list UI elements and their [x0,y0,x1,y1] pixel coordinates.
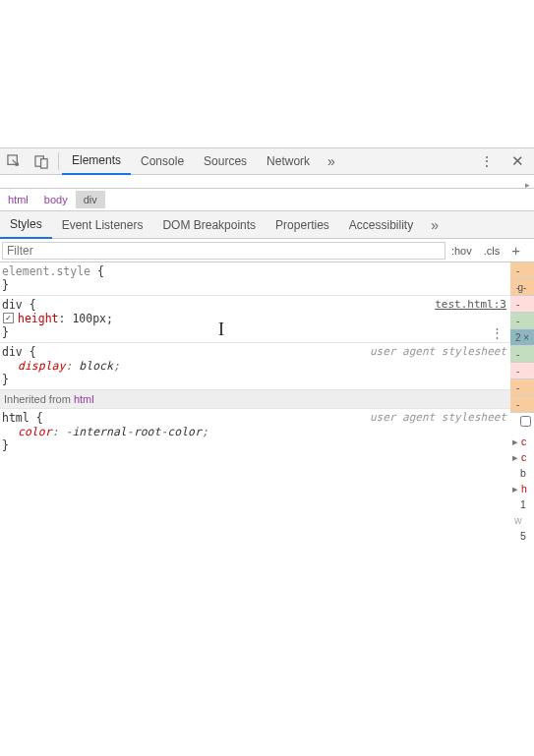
styles-filter-toolbar: :hov .cls + [0,239,534,262]
tab-sources[interactable]: Sources [194,147,257,175]
inspect-element-icon[interactable] [0,148,28,174]
devtools-menu-icon[interactable]: ⋮ [472,153,502,169]
styles-sub-tabstrip: Styles Event Listeners DOM Breakpoints P… [0,211,534,239]
box-border-cell[interactable]: - [510,363,534,379]
box-padding-cell[interactable]: - [510,346,534,363]
breadcrumb-html[interactable]: html [0,191,36,208]
inherited-label: Inherited from [4,393,74,405]
box-margin-cell[interactable]: - [510,262,534,279]
ua-stylesheet-label: user agent stylesheet [370,345,506,358]
property-value: block [79,359,113,373]
property-name: color [18,425,52,438]
rule-div-author[interactable]: test.html:3 div { ✓ height: 100px; } ⋮ [0,296,510,343]
tab-network[interactable]: Network [257,147,320,175]
ua-stylesheet-label: user agent stylesheet [370,411,506,424]
new-style-rule-button[interactable]: + [505,242,526,259]
breadcrumb-body[interactable]: body [36,191,76,208]
inherited-element[interactable]: html [74,393,94,405]
subtab-dom-breakpoints[interactable]: DOM Breakpoints [152,211,266,239]
subtab-properties[interactable]: Properties [266,211,339,239]
more-tabs-icon[interactable]: » [320,153,343,169]
property-enable-checkbox[interactable]: ✓ [3,313,14,323]
close-devtools-icon[interactable]: ✕ [502,152,534,170]
subtab-accessibility[interactable]: Accessibility [339,211,423,239]
show-all-checkbox[interactable] [519,416,532,427]
property-row: display: block; [2,359,508,373]
source-link[interactable]: test.html:3 [435,298,506,311]
dom-tree-collapsed-bar[interactable] [0,175,534,189]
hov-toggle-button[interactable]: :hov [445,245,478,257]
styles-pane: element.style { } test.html:3 div { ✓ he… [0,262,510,544]
tab-elements[interactable]: Elements [62,147,131,175]
property-value[interactable]: 100px [72,312,106,325]
devtools-main-toolbar: Elements Console Sources Network » ⋮ ✕ [0,147,534,175]
subtab-event-listeners[interactable]: Event Listeners [52,211,153,239]
cls-toggle-button[interactable]: .cls [478,245,506,257]
selector: html [2,411,30,425]
box-padding-cell[interactable]: - [510,313,534,329]
svg-rect-2 [40,158,47,167]
selector: element.style [2,264,90,278]
styles-filter-input[interactable] [2,242,445,260]
property-name[interactable]: height [18,312,59,325]
show-all-checkbox-row [510,413,534,430]
box-margin-cell[interactable]: - [510,396,534,413]
property-value: -internal-root-color [65,425,201,438]
property-row[interactable]: ✓ height: 100px; [2,312,508,325]
box-margin-cell[interactable]: - [510,379,534,396]
computed-properties-fragment: ▸ c ▸ c b ▸ h 1 w 5 [510,430,534,544]
rule-div-ua[interactable]: user agent stylesheet div { display: blo… [0,343,510,390]
computed-side-strip: - -g- - - 2 × - - - - ▸ c ▸ c b ▸ h 1 w … [510,262,534,544]
breadcrumb-div[interactable]: div [76,191,105,208]
subtab-styles[interactable]: Styles [0,211,52,239]
selector: div [2,298,23,312]
rule-html-ua[interactable]: user agent stylesheet html { color: -int… [0,409,510,455]
main-tab-strip: Elements Console Sources Network » [62,148,343,174]
breadcrumb-trail: html body div [0,189,534,211]
text-cursor-icon: I [218,320,224,340]
inherited-from-bar: Inherited from html [0,390,510,409]
property-row: color: -internal-root-color; [2,425,508,438]
property-name: display [18,359,65,373]
device-toggle-icon[interactable] [28,148,55,174]
rule-menu-icon[interactable]: ⋮ [491,325,504,340]
more-subtabs-icon[interactable]: » [423,217,446,233]
tab-console[interactable]: Console [131,147,194,175]
selector: div [2,345,23,359]
box-margin-cell[interactable]: -g- [510,279,534,296]
rule-element-style[interactable]: element.style { } [0,262,510,296]
box-border-cell[interactable]: - [510,296,534,313]
box-content-cell[interactable]: 2 × [510,329,534,346]
